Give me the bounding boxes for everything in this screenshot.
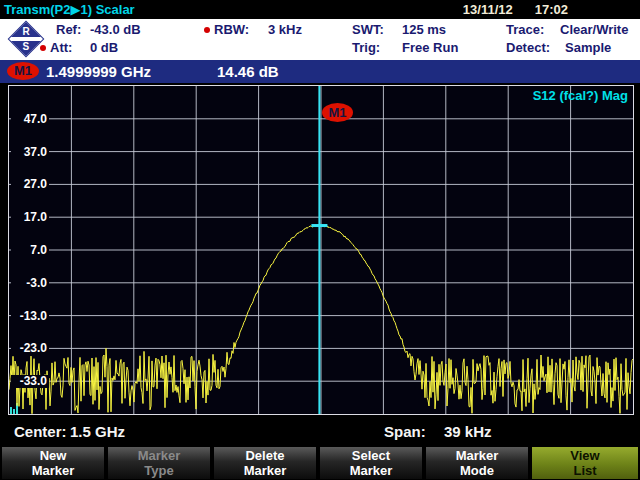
y-axis-tick-label: 7.0 (11, 244, 49, 257)
marker-frequency: 1.4999999 GHz (46, 63, 151, 80)
trace-mode-value: Clear/Write (560, 22, 628, 37)
y-axis-tick-label: 47.0 (11, 113, 49, 126)
swt-label: SWT: (352, 22, 384, 37)
y-axis-tick-label: -23.0 (11, 342, 49, 355)
trig-label: Trig: (352, 40, 380, 55)
span-value: 39 kHz (444, 423, 492, 440)
marker-m1-badge: M1 (7, 62, 39, 80)
ref-label: Ref: (56, 22, 81, 37)
trig-value: Free Run (402, 40, 458, 55)
rbw-coupled-indicator (204, 27, 210, 33)
softkey-delete-marker[interactable]: DeleteMarker (214, 447, 316, 479)
rs-logo-letter-r: R (22, 26, 29, 37)
softkey-marker-type[interactable]: MarkerType (108, 447, 210, 479)
marker-line[interactable] (318, 86, 320, 414)
measurement-title: Transm(P2▶1) Scalar (4, 2, 135, 17)
softkey-new-marker[interactable]: NewMarker (2, 447, 104, 479)
marker-level-tick (311, 224, 327, 227)
att-value: 0 dB (90, 40, 118, 55)
swt-value: 125 ms (402, 22, 446, 37)
span-label: Span: (384, 423, 426, 440)
y-axis-tick-label: -13.0 (11, 310, 49, 323)
y-axis-tick-label: -3.0 (11, 277, 49, 290)
y-axis-tick-label: 37.0 (11, 146, 49, 159)
rs-logo: R S (7, 20, 45, 58)
datetime: 13/11/12 17:02 (463, 2, 568, 17)
center-freq-label: Center: (14, 423, 67, 440)
rs-logo-letter-s: S (23, 41, 30, 52)
trace-name-label: S12 (fcal?) Mag (533, 88, 628, 103)
marker-readout-bar: M1 1.4999999 GHz 14.46 dB (0, 60, 640, 83)
y-axis-tick-label: 27.0 (11, 178, 49, 191)
rbw-value: 3 kHz (268, 22, 302, 37)
rbw-label: RBW: (214, 22, 249, 37)
detect-value: Sample (565, 40, 611, 55)
detect-label: Detect: (506, 40, 550, 55)
frequency-status-row: Center: 1.5 GHz Span: 39 kHz (0, 415, 640, 447)
y-axis-tick-label: -33.0 (11, 375, 49, 388)
time-label: 17:02 (535, 2, 568, 17)
graticule-svg (9, 86, 633, 414)
title-bar: Transm(P2▶1) Scalar 13/11/12 17:02 (0, 0, 640, 19)
marker-m1-flag[interactable]: M1 (322, 103, 353, 122)
softkey-marker-mode[interactable]: MarkerMode (426, 447, 528, 479)
center-freq-value: 1.5 GHz (70, 423, 125, 440)
trace-mode-label: Trace: (506, 22, 544, 37)
ref-value: -43.0 dB (90, 22, 141, 37)
settings-header: R S Ref: -43.0 dB RBW: 3 kHz SWT: 125 ms… (0, 19, 640, 60)
rs-logo-diamond: R S (8, 21, 45, 58)
softkey-bar: NewMarker MarkerType DeleteMarker Select… (0, 447, 640, 480)
y-axis-tick-label: 17.0 (11, 211, 49, 224)
softkey-view-list[interactable]: ViewList (532, 447, 638, 479)
trace-display: S12 (fcal?) Mag M1 47.037.027.017.07.0-3… (8, 85, 634, 415)
att-label: Att: (50, 40, 72, 55)
date-label: 13/11/12 (463, 2, 513, 17)
att-coupled-indicator (40, 45, 46, 51)
marker-level: 14.46 dB (217, 63, 279, 80)
analyzer-screen: Transm(P2▶1) Scalar 13/11/12 17:02 R S R… (0, 0, 640, 480)
softkey-select-marker[interactable]: SelectMarker (320, 447, 422, 479)
